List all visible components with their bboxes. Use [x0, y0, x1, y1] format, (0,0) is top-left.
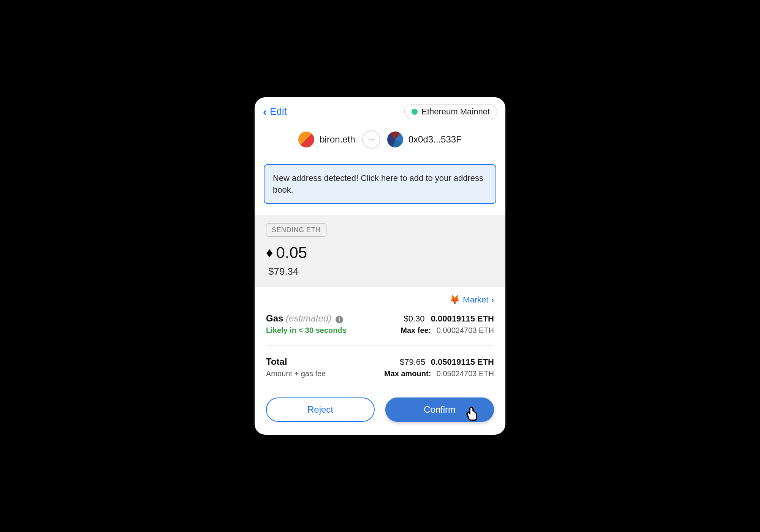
max-amount-row: Max amount: 0.05024703 ETH [384, 369, 494, 378]
arrow-right-icon: → [362, 130, 380, 149]
fees-section: 🦊 Market › Gas (estimated) i Likely in <… [255, 287, 505, 384]
transaction-confirm-card: ‹ Edit Ethereum Mainnet biron.eth → 0x0d… [255, 97, 505, 435]
button-row: Reject Confirm [255, 388, 505, 435]
amount-section: SENDING ETH ♦ 0.05 $79.34 [255, 215, 505, 287]
gas-market-selector[interactable]: 🦊 Market › [266, 295, 494, 305]
network-name: Ethereum Mainnet [421, 107, 490, 117]
sending-badge: SENDING ETH [266, 223, 326, 237]
chevron-right-icon: › [491, 296, 494, 304]
info-icon[interactable]: i [336, 316, 343, 323]
from-account[interactable]: biron.eth [298, 131, 355, 147]
confirm-button[interactable]: Confirm [385, 397, 494, 422]
gas-label: Gas (estimated) i [266, 313, 347, 324]
gas-line: Gas (estimated) i Likely in < 30 seconds… [266, 313, 494, 335]
fox-icon: 🦊 [450, 295, 460, 305]
new-address-banner[interactable]: New address detected! Click here to add … [264, 164, 496, 204]
amount-fiat: $79.34 [266, 266, 494, 277]
gas-likely-text: Likely in < 30 seconds [266, 326, 347, 335]
network-status-icon [412, 109, 418, 115]
total-label: Total [266, 356, 326, 367]
total-sublabel: Amount + gas fee [266, 369, 326, 378]
header: ‹ Edit Ethereum Mainnet [255, 97, 505, 125]
market-label: Market [463, 295, 488, 305]
edit-label: Edit [270, 106, 287, 117]
amount-row: ♦ 0.05 [266, 244, 494, 262]
accounts-row: biron.eth → 0x0d3...533F [255, 125, 505, 154]
banner-wrap: New address detected! Click here to add … [255, 154, 505, 215]
banner-text: New address detected! Click here to add … [273, 173, 483, 195]
chevron-left-icon: ‹ [263, 106, 267, 117]
reject-button[interactable]: Reject [266, 397, 375, 422]
cursor-pointer-icon [467, 407, 478, 424]
total-value: $79.65 0.05019115 ETH [384, 357, 494, 367]
amount-crypto: 0.05 [276, 244, 307, 262]
network-badge[interactable]: Ethereum Mainnet [404, 104, 497, 119]
to-account[interactable]: 0x0d3...533F [387, 131, 462, 147]
divider [266, 345, 494, 346]
total-line: Total Amount + gas fee $79.65 0.05019115… [266, 356, 494, 378]
from-avatar-icon [298, 131, 314, 147]
max-fee-row: Max fee: 0.00024703 ETH [401, 326, 494, 335]
gas-value: $0.30 0.00019115 ETH [401, 314, 494, 324]
to-avatar-icon [387, 131, 403, 147]
ethereum-icon: ♦ [266, 246, 273, 260]
from-account-label: biron.eth [320, 134, 355, 145]
to-account-label: 0x0d3...533F [408, 134, 462, 145]
back-edit-button[interactable]: ‹ Edit [263, 106, 287, 117]
